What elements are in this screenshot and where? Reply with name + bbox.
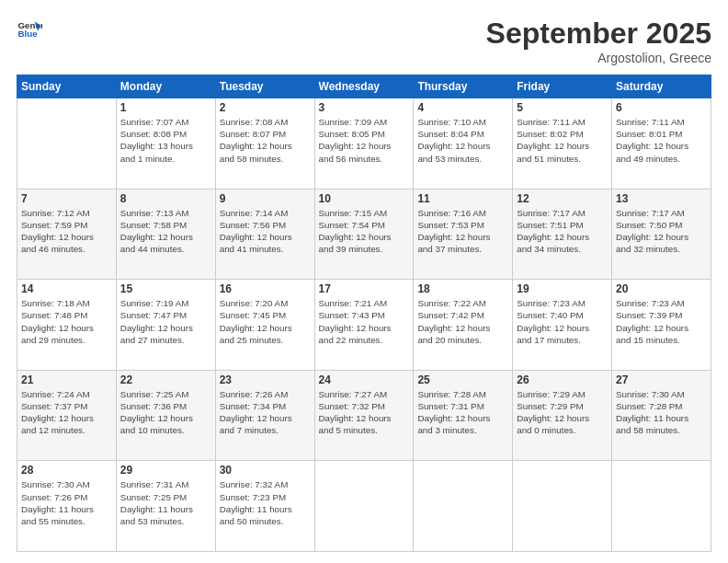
week-row-0: 1Sunrise: 7:07 AM Sunset: 8:08 PM Daylig… — [17, 98, 711, 190]
day-cell: 21Sunrise: 7:24 AM Sunset: 7:37 PM Dayli… — [17, 370, 117, 461]
day-cell: 26Sunrise: 7:29 AM Sunset: 7:29 PM Dayli… — [513, 370, 612, 461]
day-cell: 16Sunrise: 7:20 AM Sunset: 7:45 PM Dayli… — [215, 280, 314, 371]
day-cell: 7Sunrise: 7:12 AM Sunset: 7:59 PM Daylig… — [17, 189, 117, 280]
col-wednesday: Wednesday — [314, 75, 414, 98]
day-number: 15 — [120, 282, 211, 295]
day-number: 13 — [616, 192, 707, 205]
day-number: 2 — [220, 101, 311, 114]
day-cell: 8Sunrise: 7:13 AM Sunset: 7:58 PM Daylig… — [116, 189, 215, 280]
day-cell: 5Sunrise: 7:11 AM Sunset: 8:02 PM Daylig… — [513, 98, 612, 190]
day-info: Sunrise: 7:26 AM Sunset: 7:34 PM Dayligh… — [220, 388, 311, 437]
week-row-4: 28Sunrise: 7:30 AM Sunset: 7:26 PM Dayli… — [17, 461, 711, 552]
day-info: Sunrise: 7:13 AM Sunset: 7:58 PM Dayligh… — [120, 207, 211, 256]
day-info: Sunrise: 7:31 AM Sunset: 7:25 PM Dayligh… — [120, 478, 211, 527]
day-info: Sunrise: 7:25 AM Sunset: 7:36 PM Dayligh… — [120, 388, 211, 437]
day-cell: 22Sunrise: 7:25 AM Sunset: 7:36 PM Dayli… — [116, 370, 215, 461]
day-number: 27 — [616, 373, 707, 386]
day-number: 21 — [21, 373, 112, 386]
day-number: 5 — [517, 101, 608, 114]
day-cell: 9Sunrise: 7:14 AM Sunset: 7:56 PM Daylig… — [215, 189, 314, 280]
day-number: 1 — [120, 101, 211, 114]
day-info: Sunrise: 7:19 AM Sunset: 7:47 PM Dayligh… — [120, 297, 211, 346]
week-row-1: 7Sunrise: 7:12 AM Sunset: 7:59 PM Daylig… — [17, 189, 711, 280]
day-number: 12 — [517, 192, 608, 205]
col-thursday: Thursday — [414, 75, 513, 98]
day-number: 22 — [120, 373, 211, 386]
day-cell: 28Sunrise: 7:30 AM Sunset: 7:26 PM Dayli… — [17, 461, 117, 552]
day-cell: 14Sunrise: 7:18 AM Sunset: 7:48 PM Dayli… — [17, 280, 117, 371]
day-cell — [314, 461, 414, 552]
day-info: Sunrise: 7:23 AM Sunset: 7:40 PM Dayligh… — [517, 297, 608, 346]
day-cell — [612, 461, 711, 552]
day-info: Sunrise: 7:09 AM Sunset: 8:05 PM Dayligh… — [319, 116, 410, 165]
day-number: 18 — [417, 282, 508, 295]
col-monday: Monday — [116, 75, 215, 98]
logo: General Blue — [17, 17, 42, 42]
day-cell — [414, 461, 513, 552]
day-info: Sunrise: 7:15 AM Sunset: 7:54 PM Dayligh… — [319, 207, 410, 256]
day-cell: 6Sunrise: 7:11 AM Sunset: 8:01 PM Daylig… — [612, 98, 711, 190]
header-row: Sunday Monday Tuesday Wednesday Thursday… — [17, 75, 711, 98]
day-number: 30 — [220, 464, 311, 477]
day-cell: 12Sunrise: 7:17 AM Sunset: 7:51 PM Dayli… — [513, 189, 612, 280]
day-number: 10 — [319, 192, 410, 205]
day-info: Sunrise: 7:11 AM Sunset: 8:01 PM Dayligh… — [616, 116, 707, 165]
day-number: 28 — [21, 464, 112, 477]
day-cell: 27Sunrise: 7:30 AM Sunset: 7:28 PM Dayli… — [612, 370, 711, 461]
day-info: Sunrise: 7:10 AM Sunset: 8:04 PM Dayligh… — [417, 116, 508, 165]
title-block: September 2025 Argostolion, Greece — [486, 17, 711, 65]
week-row-3: 21Sunrise: 7:24 AM Sunset: 7:37 PM Dayli… — [17, 370, 711, 461]
col-tuesday: Tuesday — [215, 75, 314, 98]
day-info: Sunrise: 7:24 AM Sunset: 7:37 PM Dayligh… — [21, 388, 112, 437]
day-cell: 29Sunrise: 7:31 AM Sunset: 7:25 PM Dayli… — [116, 461, 215, 552]
day-number: 9 — [220, 192, 311, 205]
day-info: Sunrise: 7:30 AM Sunset: 7:26 PM Dayligh… — [21, 478, 112, 527]
day-cell: 4Sunrise: 7:10 AM Sunset: 8:04 PM Daylig… — [414, 98, 513, 190]
day-cell: 1Sunrise: 7:07 AM Sunset: 8:08 PM Daylig… — [116, 98, 215, 190]
day-info: Sunrise: 7:16 AM Sunset: 7:53 PM Dayligh… — [417, 207, 508, 256]
day-cell — [17, 98, 117, 190]
day-cell: 19Sunrise: 7:23 AM Sunset: 7:40 PM Dayli… — [513, 280, 612, 371]
day-info: Sunrise: 7:12 AM Sunset: 7:59 PM Dayligh… — [21, 207, 112, 256]
day-cell: 18Sunrise: 7:22 AM Sunset: 7:42 PM Dayli… — [414, 280, 513, 371]
month-title: September 2025 — [486, 17, 711, 51]
day-info: Sunrise: 7:23 AM Sunset: 7:39 PM Dayligh… — [616, 297, 707, 346]
day-info: Sunrise: 7:27 AM Sunset: 7:32 PM Dayligh… — [319, 388, 410, 437]
day-cell: 3Sunrise: 7:09 AM Sunset: 8:05 PM Daylig… — [314, 98, 414, 190]
logo-icon: General Blue — [17, 17, 42, 42]
day-info: Sunrise: 7:28 AM Sunset: 7:31 PM Dayligh… — [417, 388, 508, 437]
day-number: 26 — [517, 373, 608, 386]
day-info: Sunrise: 7:17 AM Sunset: 7:50 PM Dayligh… — [616, 207, 707, 256]
day-info: Sunrise: 7:08 AM Sunset: 8:07 PM Dayligh… — [220, 116, 311, 165]
day-cell: 11Sunrise: 7:16 AM Sunset: 7:53 PM Dayli… — [414, 189, 513, 280]
svg-text:Blue: Blue — [17, 29, 38, 39]
day-cell: 30Sunrise: 7:32 AM Sunset: 7:23 PM Dayli… — [215, 461, 314, 552]
day-info: Sunrise: 7:32 AM Sunset: 7:23 PM Dayligh… — [220, 478, 311, 527]
day-number: 6 — [616, 101, 707, 114]
day-number: 4 — [417, 101, 508, 114]
calendar-table: Sunday Monday Tuesday Wednesday Thursday… — [17, 75, 711, 552]
day-info: Sunrise: 7:21 AM Sunset: 7:43 PM Dayligh… — [319, 297, 410, 346]
day-info: Sunrise: 7:20 AM Sunset: 7:45 PM Dayligh… — [220, 297, 311, 346]
day-info: Sunrise: 7:14 AM Sunset: 7:56 PM Dayligh… — [220, 207, 311, 256]
col-friday: Friday — [513, 75, 612, 98]
col-saturday: Saturday — [612, 75, 711, 98]
day-number: 8 — [120, 192, 211, 205]
day-number: 23 — [220, 373, 311, 386]
day-number: 20 — [616, 282, 707, 295]
day-cell: 25Sunrise: 7:28 AM Sunset: 7:31 PM Dayli… — [414, 370, 513, 461]
page: General Blue September 2025 Argostolion,… — [0, 0, 728, 563]
day-cell: 2Sunrise: 7:08 AM Sunset: 8:07 PM Daylig… — [215, 98, 314, 190]
week-row-2: 14Sunrise: 7:18 AM Sunset: 7:48 PM Dayli… — [17, 280, 711, 371]
day-number: 11 — [417, 192, 508, 205]
day-info: Sunrise: 7:17 AM Sunset: 7:51 PM Dayligh… — [517, 207, 608, 256]
day-number: 29 — [120, 464, 211, 477]
day-number: 14 — [21, 282, 112, 295]
day-cell — [513, 461, 612, 552]
day-cell: 24Sunrise: 7:27 AM Sunset: 7:32 PM Dayli… — [314, 370, 414, 461]
day-number: 17 — [319, 282, 410, 295]
day-info: Sunrise: 7:30 AM Sunset: 7:28 PM Dayligh… — [616, 388, 707, 437]
day-number: 19 — [517, 282, 608, 295]
day-number: 3 — [319, 101, 410, 114]
day-cell: 10Sunrise: 7:15 AM Sunset: 7:54 PM Dayli… — [314, 189, 414, 280]
